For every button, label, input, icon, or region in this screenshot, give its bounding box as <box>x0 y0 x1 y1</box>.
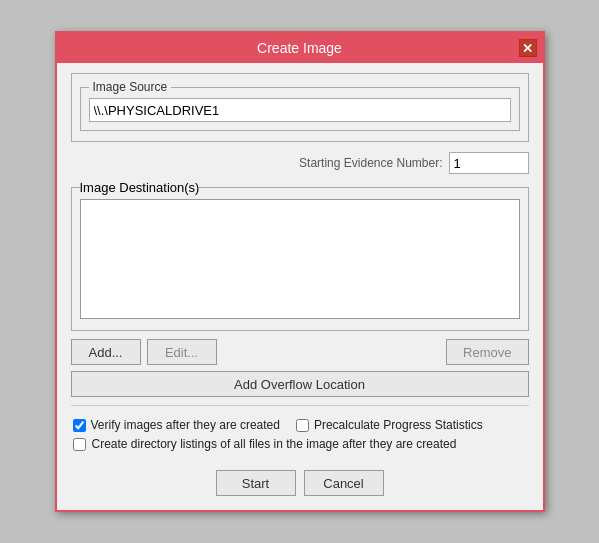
precalculate-label: Precalculate Progress Statistics <box>314 418 483 432</box>
add-overflow-button[interactable]: Add Overflow Location <box>71 371 529 397</box>
divider <box>71 405 529 406</box>
image-destination-textarea[interactable] <box>80 199 520 319</box>
image-source-group: Image Source <box>71 73 529 142</box>
dialog-body: Image Source Starting Evidence Number: I… <box>57 63 543 510</box>
close-button[interactable]: ✕ <box>519 39 537 57</box>
verify-images-check-group: Verify images after they are created <box>73 418 280 432</box>
evidence-number-row: Starting Evidence Number: <box>71 152 529 174</box>
close-icon: ✕ <box>522 41 533 56</box>
verify-images-label: Verify images after they are created <box>91 418 280 432</box>
evidence-number-input[interactable] <box>449 152 529 174</box>
image-destination-group: Image Destination(s) <box>71 180 529 331</box>
checkboxes-section: Verify images after they are created Pre… <box>71 414 529 460</box>
image-source-input[interactable] <box>89 98 511 122</box>
evidence-number-label: Starting Evidence Number: <box>299 156 442 170</box>
cancel-button[interactable]: Cancel <box>304 470 384 496</box>
edit-button[interactable]: Edit... <box>147 339 217 365</box>
checkbox-row-2: Create directory listings of all files i… <box>73 437 527 451</box>
precalculate-checkbox[interactable] <box>296 419 309 432</box>
create-directory-label: Create directory listings of all files i… <box>92 437 457 451</box>
dialog-title: Create Image <box>257 40 342 56</box>
image-destination-legend: Image Destination(s) <box>80 180 200 195</box>
precalculate-check-group: Precalculate Progress Statistics <box>296 418 483 432</box>
create-image-dialog: Create Image ✕ Image Source Starting Evi… <box>55 31 545 512</box>
remove-button[interactable]: Remove <box>446 339 528 365</box>
start-button[interactable]: Start <box>216 470 296 496</box>
image-source-legend: Image Source <box>89 80 172 94</box>
create-directory-checkbox[interactable] <box>73 438 86 451</box>
checkbox-row-1: Verify images after they are created Pre… <box>73 418 527 432</box>
add-button[interactable]: Add... <box>71 339 141 365</box>
dest-button-row: Add... Edit... Remove <box>71 339 529 365</box>
title-bar: Create Image ✕ <box>57 33 543 63</box>
bottom-button-row: Start Cancel <box>71 470 529 496</box>
verify-images-checkbox[interactable] <box>73 419 86 432</box>
